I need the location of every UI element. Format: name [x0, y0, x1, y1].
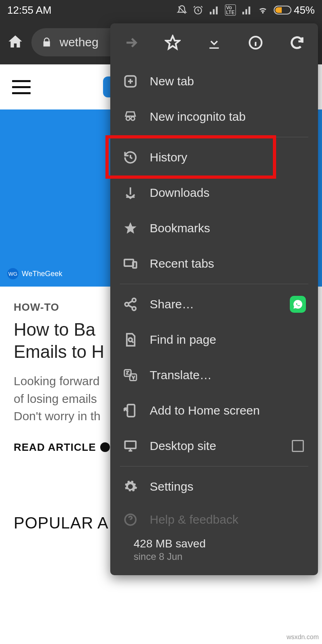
- menu-item-translate[interactable]: Translate…: [110, 357, 318, 393]
- dnd-icon: [177, 5, 187, 15]
- menu-label: Share…: [150, 297, 279, 311]
- svg-point-7: [132, 307, 136, 310]
- menu-item-help[interactable]: Help & feedback: [110, 504, 318, 532]
- menu-item-new-tab[interactable]: New tab: [110, 64, 318, 99]
- menu-item-bookmarks[interactable]: Bookmarks: [110, 211, 318, 246]
- read-article-label: READ ARTICLE: [14, 441, 96, 454]
- menu-item-settings[interactable]: Settings: [110, 469, 318, 504]
- menu-item-desktop[interactable]: Desktop site: [110, 428, 318, 464]
- translate-icon: [122, 367, 138, 383]
- menu-label: New incognito tab: [150, 110, 306, 124]
- url-text: wetheg: [60, 35, 99, 49]
- star-icon: [165, 35, 181, 51]
- menu-item-incognito[interactable]: New incognito tab: [110, 99, 318, 134]
- star-filled-icon: [122, 220, 138, 236]
- menu-item-find[interactable]: Find in page: [110, 322, 318, 357]
- arrow-forward-icon: [123, 35, 139, 51]
- menu-separator: [120, 284, 308, 284]
- desktop-checkbox[interactable]: [290, 438, 306, 454]
- clock: 12:55 AM: [7, 4, 177, 17]
- svg-rect-12: [125, 441, 136, 448]
- signal-icon: [209, 5, 219, 15]
- arrow-circle-icon: [100, 442, 110, 452]
- menu-item-add-home[interactable]: Add to Home screen: [110, 393, 318, 428]
- menu-label: Bookmarks: [150, 221, 306, 235]
- menu-item-share[interactable]: Share…: [110, 287, 318, 322]
- desktop-icon: [122, 438, 138, 454]
- svg-rect-4: [133, 262, 136, 268]
- menu-label: Settings: [150, 480, 306, 493]
- menu-item-downloads[interactable]: Downloads: [110, 175, 318, 211]
- share-icon: [122, 296, 138, 312]
- info-button[interactable]: [246, 33, 265, 52]
- svg-point-6: [125, 303, 129, 306]
- menu-separator: [120, 466, 308, 466]
- data-saved-row[interactable]: 428 MB saved since 8 Jun: [110, 532, 318, 572]
- overflow-menu: New tab New incognito tab History Downlo…: [110, 23, 318, 575]
- gear-icon: [122, 479, 138, 495]
- refresh-icon: [289, 35, 305, 51]
- info-icon: [248, 35, 264, 51]
- hero-brand-text: WeTheGeek: [22, 270, 62, 278]
- menu-label: Find in page: [150, 333, 306, 347]
- forward-button[interactable]: [122, 33, 141, 52]
- help-icon: [122, 512, 138, 528]
- menu-label: Desktop site: [150, 439, 279, 453]
- whatsapp-icon: [290, 296, 306, 312]
- menu-label: New tab: [150, 74, 306, 88]
- find-in-page-icon: [122, 332, 138, 348]
- menu-item-recent-tabs[interactable]: Recent tabs: [110, 246, 318, 281]
- home-button[interactable]: [7, 33, 23, 51]
- home-icon: [7, 33, 23, 50]
- devices-icon: [122, 256, 138, 272]
- battery-percent: 45%: [294, 4, 315, 17]
- svg-point-5: [132, 298, 136, 302]
- menu-label: Translate…: [150, 368, 306, 382]
- lock-icon: [41, 37, 52, 48]
- watermark: wsxdn.com: [287, 634, 319, 641]
- hero-brand: WG WeTheGeek: [7, 268, 62, 279]
- plus-square-icon: [122, 73, 138, 89]
- menu-label: Recent tabs: [150, 257, 306, 270]
- downloads-icon: [122, 185, 138, 201]
- highlight-box: [105, 135, 276, 179]
- status-bar: 12:55 AM VoLTE 45%: [0, 0, 322, 20]
- svg-rect-11: [128, 405, 135, 417]
- add-to-home-icon: [122, 402, 138, 419]
- hamburger-menu[interactable]: [12, 80, 31, 94]
- download-button[interactable]: [204, 33, 224, 52]
- refresh-button[interactable]: [287, 33, 307, 52]
- volte-icon: VoLTE: [225, 4, 236, 16]
- download-icon: [206, 35, 222, 51]
- data-saved-sub: since 8 Jun: [134, 551, 206, 562]
- data-saved-main: 428 MB saved: [134, 537, 206, 550]
- menu-icon-row: [110, 23, 318, 64]
- menu-label: Downloads: [150, 186, 306, 200]
- bookmark-button[interactable]: [163, 33, 182, 52]
- menu-label: Add to Home screen: [150, 404, 306, 417]
- wifi-icon: [258, 5, 268, 15]
- signal2-icon: [242, 5, 252, 15]
- menu-label: Help & feedback: [150, 513, 306, 526]
- incognito-icon: [122, 109, 138, 125]
- alarm-icon: [193, 5, 203, 15]
- status-icons: VoLTE 45%: [177, 4, 315, 17]
- battery-indicator: 45%: [274, 4, 315, 17]
